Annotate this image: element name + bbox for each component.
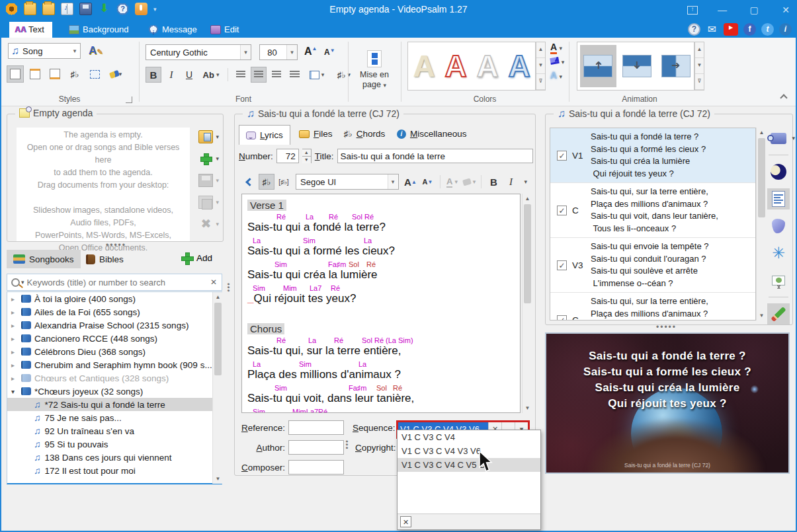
grow-font-button[interactable]: A▲ — [304, 46, 317, 57]
color-style-3[interactable]: A — [476, 45, 498, 87]
lyric-line[interactable]: SimFa♯mSolRéSais-tu qui créa la lumière — [247, 260, 519, 284]
editor-scrollbar[interactable]: ▲ ▼ — [522, 194, 532, 413]
author-input[interactable] — [288, 440, 344, 455]
layout-button[interactable]: Mise enpage ▾ — [356, 42, 393, 98]
tree-arrow-icon[interactable]: ▾ — [11, 388, 18, 395]
verse-checkbox[interactable]: ✓ — [557, 260, 567, 270]
toolbar-more-icon[interactable]: ▾ — [524, 178, 527, 185]
color-style-4[interactable]: A — [508, 45, 530, 87]
editor-tab-files[interactable]: Files — [292, 125, 340, 143]
verse-checkbox[interactable]: ✓ — [557, 206, 567, 215]
show-text-button[interactable] — [767, 188, 790, 209]
style-footer-button[interactable] — [46, 65, 63, 83]
songbook-item[interactable]: ▸Alexandria Praise School (2315 songs) — [7, 319, 222, 332]
gallery-scroll[interactable]: ▲ ▼ ⊽ — [536, 42, 546, 91]
editor-tab-lyrics[interactable]: Lyrics — [239, 125, 290, 145]
lyric-line[interactable]: LaSimLaSais-tu qui a formé les cieux? — [247, 236, 519, 260]
tree-arrow-icon[interactable]: ▸ — [11, 309, 18, 316]
edit-mode-button[interactable] — [767, 303, 790, 324]
underline-button[interactable]: U — [181, 67, 197, 83]
song-item[interactable]: ♫138 Dans ces jours qui viennent — [7, 451, 222, 464]
lyrics-font-select[interactable]: Segoe UI▾ — [296, 174, 399, 190]
collapse-ribbon-icon[interactable] — [781, 95, 786, 100]
minimize-button[interactable]: — — [715, 3, 730, 17]
lyrics-editor[interactable]: Verse 1RéLaRéSol RéSais-tu qui a fondé l… — [241, 194, 521, 413]
verse-scrollbar[interactable]: ▲ ▼ — [756, 128, 766, 321]
lyrics-grow-font-button[interactable]: A▲ — [403, 174, 419, 190]
tab-bibles[interactable]: Bibles — [79, 250, 130, 268]
song-item[interactable]: ♫*72 Sais-tu qui a fondé la terre — [7, 398, 222, 411]
lyric-line[interactable]: SimMimLa7Ré_Qui réjouit tes yeux? — [247, 284, 519, 307]
shield-button[interactable] — [767, 215, 790, 237]
songbook-item[interactable]: ▸Ailes de la Foi (655 songs) — [7, 305, 222, 319]
verse-checkbox[interactable]: ✓ — [557, 151, 567, 161]
align-left-button[interactable] — [233, 67, 249, 83]
twitter-icon[interactable]: t — [761, 23, 774, 36]
title-input[interactable] — [337, 149, 533, 163]
ribbon-tab-background[interactable]: Background — [63, 22, 136, 38]
bracket-chords-button[interactable]: [♯♭] — [276, 174, 292, 190]
open-agenda-menu[interactable]: ▾ — [216, 133, 219, 140]
tree-arrow-icon[interactable]: ▸ — [11, 322, 18, 329]
lyric-line[interactable]: SimFa♯mSolRéSais-tu qui voit, dans leur … — [247, 383, 519, 407]
color-style-1[interactable]: A — [413, 45, 435, 87]
style-plain-button[interactable] — [7, 65, 24, 83]
ribbon-tab-text[interactable]: AAText — [9, 22, 52, 38]
add-agenda-item-icon[interactable] — [198, 152, 213, 165]
page-border-button[interactable]: ▾ — [304, 67, 329, 83]
editor-scroll-down[interactable]: ▼ — [523, 403, 532, 413]
style-select[interactable]: ♫ Song ▾ — [8, 43, 81, 59]
lyric-line[interactable]: RéLaRéSol RéSais-tu qui a fondé la terre… — [247, 212, 519, 236]
add-songbook-button[interactable]: Add — [181, 252, 212, 264]
verse-row[interactable]: ✓V1Sais-tu qui a fondé la terre ? Sais-t… — [550, 128, 755, 183]
lyric-line[interactable]: SimMimLa7Ré_Tous les li--onceaux ? — [247, 407, 519, 413]
font-color-button[interactable]: A ▾ — [550, 42, 564, 52]
ribbon-tab-message[interactable]: Message — [143, 22, 205, 38]
songbook-item[interactable]: ▸Cherubim and Seraphim hymn book (909 s.… — [7, 358, 222, 371]
italic-button[interactable]: I — [163, 67, 179, 83]
number-spinner[interactable]: ▲▼ — [302, 149, 312, 163]
agenda-splitter[interactable]: ••••• — [106, 241, 126, 250]
gallery-more-icon[interactable]: ⊽ — [536, 74, 545, 90]
font-family-select[interactable]: Century Gothic ▾ — [146, 44, 251, 60]
lyric-line[interactable]: RéLaRéSol Ré (La Sim)Sais-tu qui, sur la… — [247, 336, 519, 360]
editor-scroll-up[interactable]: ▲ — [523, 194, 532, 204]
gallery-up-icon[interactable]: ▲ — [536, 42, 545, 58]
animation-scroll[interactable]: ▲ ▼ ⊽ — [694, 42, 704, 91]
tree-scroll-thumb[interactable] — [214, 303, 222, 375]
char-style-button[interactable]: Ab▾ — [199, 67, 223, 83]
animation-up-icon[interactable]: ▲ — [695, 42, 704, 58]
projector-button[interactable]: ▾ — [767, 128, 790, 149]
text-effects-button[interactable]: A ▾ — [550, 70, 564, 81]
lyric-line[interactable]: LaSimLaPlaça des millions d'animaux ? — [247, 360, 519, 383]
show-chords-button[interactable]: ♯♭ — [259, 174, 274, 190]
style-editor-button[interactable]: A✎ — [89, 44, 103, 57]
verse-checkbox[interactable]: ✓ — [557, 315, 567, 321]
preview-splitter[interactable]: ••••• — [656, 323, 677, 332]
search-options-icon[interactable]: ▾ — [21, 279, 24, 285]
color-style-gallery[interactable]: AAAA — [407, 42, 536, 91]
animation-more-icon[interactable]: ⊽ — [695, 74, 704, 90]
black-screen-button[interactable] — [767, 161, 790, 182]
style-select-button[interactable] — [86, 65, 103, 83]
presentation-button[interactable] — [767, 270, 790, 291]
songbook-item[interactable]: ▸Célébrons Dieu (368 songs) — [7, 345, 222, 358]
song-item[interactable]: ♫172 Il est tout pour moi — [7, 464, 222, 477]
animation-slide-down[interactable] — [619, 45, 655, 87]
lyrics-bold-button[interactable]: B — [485, 174, 501, 190]
tab-songbooks[interactable]: Songbooks — [7, 250, 81, 268]
animation-slide-up[interactable] — [580, 45, 616, 87]
song-item[interactable]: ♫75 Je ne sais pas... — [7, 411, 222, 424]
close-button[interactable]: ✕ — [778, 3, 793, 17]
songbook-item[interactable]: ▸Chœurs et Cantiques (328 songs) — [7, 371, 222, 385]
search-icon[interactable] — [11, 278, 20, 287]
style-title-button[interactable] — [26, 65, 44, 83]
gallery-down-icon[interactable]: ▼ — [536, 58, 545, 74]
maximize-button[interactable]: ▢ — [747, 3, 761, 17]
fields-splitter[interactable]: ••• — [345, 440, 349, 450]
tree-arrow-icon[interactable]: ▸ — [11, 295, 18, 303]
lyrics-shrink-font-button[interactable]: A▼ — [420, 174, 436, 190]
left-splitter[interactable]: ••• — [226, 283, 231, 293]
animation-down-icon[interactable]: ▼ — [695, 58, 704, 74]
mail-icon[interactable]: ✉ — [706, 23, 718, 36]
